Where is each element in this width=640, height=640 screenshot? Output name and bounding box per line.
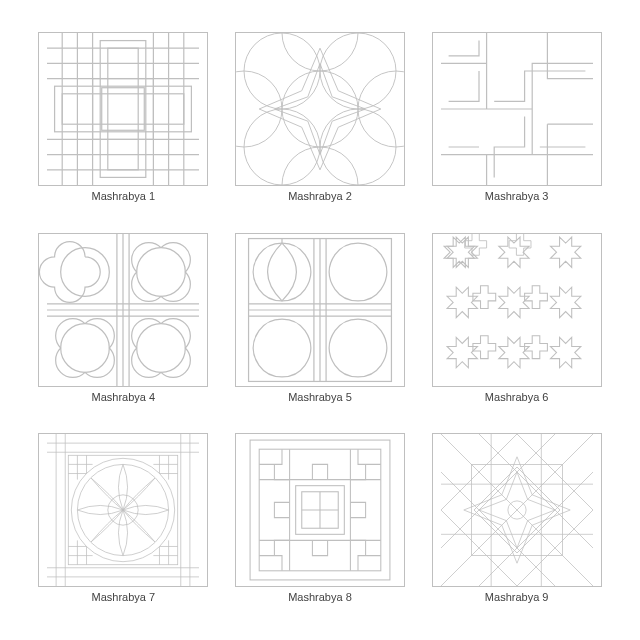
pattern-cell-3: Mashrabya 3	[429, 32, 604, 211]
svg-point-18	[137, 323, 186, 372]
pattern-tile-6	[432, 233, 602, 387]
svg-point-7	[320, 33, 396, 109]
pattern-tile-2	[235, 32, 405, 186]
pattern-label: Mashrabya 5	[288, 391, 352, 403]
pattern-label: Mashrabya 2	[288, 190, 352, 202]
svg-point-6	[244, 33, 320, 109]
pattern-tile-7	[38, 433, 208, 587]
pattern-label: Mashrabya 7	[92, 591, 156, 603]
mashrabya-pattern-icon	[39, 234, 207, 386]
svg-rect-0	[101, 41, 147, 178]
pattern-label: Mashrabya 9	[485, 591, 549, 603]
pattern-cell-4: Mashrabya 4	[36, 233, 211, 412]
pattern-cell-7: Mashrabya 7	[36, 433, 211, 612]
svg-point-17	[61, 323, 110, 372]
svg-point-8	[244, 109, 320, 185]
mashrabya-pattern-icon	[433, 234, 601, 386]
svg-point-9	[320, 109, 396, 185]
svg-rect-3	[63, 94, 185, 124]
pattern-label: Mashrabya 3	[485, 190, 549, 202]
pattern-label: Mashrabya 1	[92, 190, 156, 202]
mashrabya-pattern-icon	[39, 33, 207, 185]
pattern-label: Mashrabya 4	[92, 391, 156, 403]
svg-rect-1	[55, 86, 192, 132]
mashrabya-pattern-icon	[236, 234, 404, 386]
pattern-tile-3	[432, 32, 602, 186]
pattern-tile-8	[235, 433, 405, 587]
pattern-tile-9	[432, 433, 602, 587]
mashrabya-pattern-icon	[433, 33, 601, 185]
pattern-cell-8: Mashrabya 8	[233, 433, 408, 612]
pattern-tile-4	[38, 233, 208, 387]
pattern-tile-1	[38, 32, 208, 186]
pattern-cell-9: Mashrabya 9	[429, 433, 604, 612]
svg-point-16	[137, 247, 186, 296]
pattern-grid: Mashrabya 1 Mashrabya 2	[0, 0, 640, 640]
pattern-cell-5: Mashrabya 5	[233, 233, 408, 412]
mashrabya-pattern-icon	[39, 434, 207, 586]
mashrabya-pattern-icon	[433, 434, 601, 586]
pattern-tile-5	[235, 233, 405, 387]
pattern-cell-2: Mashrabya 2	[233, 32, 408, 211]
mashrabya-pattern-icon	[236, 33, 404, 185]
pattern-cell-6: Mashrabya 6	[429, 233, 604, 412]
pattern-label: Mashrabya 6	[485, 391, 549, 403]
mashrabya-pattern-icon	[236, 434, 404, 586]
svg-point-10	[282, 71, 358, 147]
pattern-label: Mashrabya 8	[288, 591, 352, 603]
pattern-cell-1: Mashrabya 1	[36, 32, 211, 211]
svg-rect-2	[108, 48, 138, 170]
